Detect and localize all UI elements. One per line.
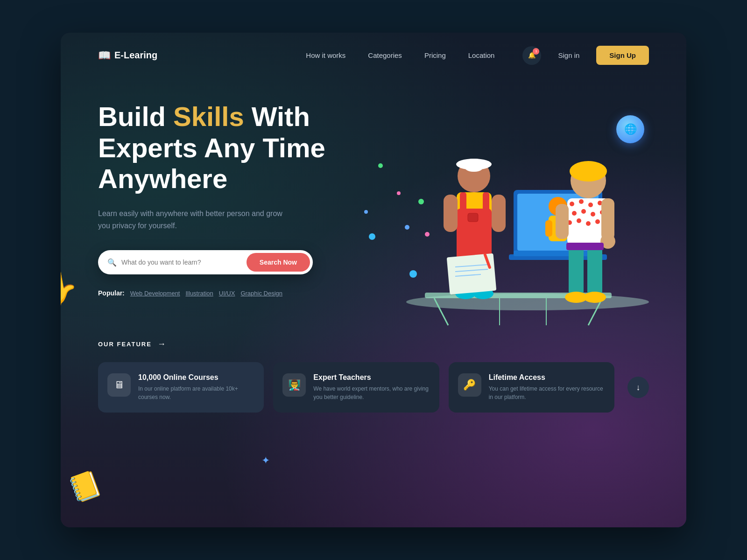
globe-icon: 🌐 bbox=[624, 123, 637, 135]
courses-card-text: 10,000 Online Courses In our online plat… bbox=[138, 373, 254, 401]
access-icon: 🔑 bbox=[458, 373, 481, 397]
svg-point-57 bbox=[418, 199, 424, 204]
svg-point-38 bbox=[579, 199, 584, 204]
feature-cards: 🖥 10,000 Online Courses In our online pl… bbox=[98, 362, 649, 413]
svg-rect-23 bbox=[492, 195, 506, 232]
logo: 📖 E-Learing bbox=[98, 49, 157, 62]
svg-rect-16 bbox=[464, 159, 484, 172]
feature-section: OUR FEATURE → 🖥 10,000 Online Courses In… bbox=[61, 330, 686, 413]
hero-illustration bbox=[388, 73, 658, 335]
nav-links: How it works Categories Pricing Location bbox=[306, 51, 494, 59]
access-title: Lifetime Access bbox=[489, 373, 605, 382]
courses-title: 10,000 Online Courses bbox=[138, 373, 254, 382]
nav-pricing[interactable]: Pricing bbox=[424, 51, 446, 59]
svg-rect-22 bbox=[444, 195, 458, 232]
hero-subtitle: Learn easily with anywhere with better p… bbox=[98, 208, 285, 231]
courses-icon: 🖥 bbox=[107, 373, 131, 397]
svg-rect-28 bbox=[447, 253, 497, 294]
navbar: 📖 E-Learing How it works Categories Pric… bbox=[61, 33, 686, 78]
courses-desc: In our online platform are available 10k… bbox=[138, 385, 254, 401]
nav-actions: 🔔 1 Sign in Sign Up bbox=[522, 46, 649, 65]
hero-title-highlight: Skills bbox=[173, 101, 244, 132]
hero-title-line2: Experts Any Time bbox=[98, 133, 325, 163]
svg-point-47 bbox=[586, 221, 591, 226]
popular-tag-uiux[interactable]: UI/UX bbox=[219, 290, 235, 297]
popular-tag-web[interactable]: Web Development bbox=[130, 290, 180, 297]
hero-section: Build Skills With Experts Any Time Anywh… bbox=[61, 78, 686, 330]
svg-point-42 bbox=[581, 209, 586, 214]
scroll-down-button[interactable]: ↓ bbox=[627, 377, 649, 398]
search-icon: 🔍 bbox=[107, 258, 117, 267]
hero-left: Build Skills With Experts Any Time Anywh… bbox=[98, 87, 401, 330]
feature-heading: OUR FEATURE bbox=[98, 341, 152, 348]
svg-rect-20 bbox=[460, 192, 466, 218]
teachers-icon: 👨‍🏫 bbox=[282, 373, 306, 397]
hero-title-part1: Build bbox=[98, 101, 173, 132]
notification-badge: 1 bbox=[533, 48, 539, 55]
nav-categories[interactable]: Categories bbox=[368, 51, 402, 59]
hand-decoration: 👆 bbox=[61, 261, 83, 312]
svg-point-43 bbox=[591, 212, 595, 217]
teachers-title: Expert Teachers bbox=[313, 373, 430, 382]
search-input[interactable] bbox=[121, 259, 247, 266]
svg-rect-35 bbox=[581, 164, 595, 178]
svg-point-41 bbox=[572, 211, 577, 216]
hero-title-part2: With bbox=[244, 101, 310, 132]
feature-header: OUR FEATURE → bbox=[98, 339, 649, 349]
svg-rect-10 bbox=[545, 220, 552, 237]
popular-label: Popular: bbox=[98, 289, 125, 297]
feature-card-access: 🔑 Lifetime Access You can get lifetime a… bbox=[449, 362, 614, 413]
hero-title-line3: Anywhere bbox=[98, 163, 227, 194]
svg-rect-52 bbox=[569, 245, 584, 296]
access-desc: You can get lifetime access for every re… bbox=[489, 385, 605, 401]
popular-tag-graphic[interactable]: Graphic Design bbox=[240, 290, 282, 297]
search-button[interactable]: Search Now bbox=[247, 253, 310, 272]
popular-tag-illustration[interactable]: Illustration bbox=[186, 290, 213, 297]
svg-point-39 bbox=[588, 203, 593, 207]
svg-point-59 bbox=[425, 232, 430, 237]
svg-point-48 bbox=[595, 219, 600, 224]
signup-button[interactable]: Sign Up bbox=[596, 46, 649, 65]
svg-rect-19 bbox=[468, 213, 478, 222]
nav-location[interactable]: Location bbox=[468, 51, 495, 59]
svg-point-58 bbox=[405, 225, 409, 230]
svg-rect-51 bbox=[556, 204, 569, 239]
svg-point-46 bbox=[577, 218, 581, 223]
nav-how-it-works[interactable]: How it works bbox=[306, 51, 345, 59]
cursor-decoration: ✦ bbox=[261, 455, 270, 467]
feature-arrow-icon: → bbox=[157, 339, 166, 349]
svg-rect-53 bbox=[587, 245, 602, 296]
svg-rect-54 bbox=[566, 243, 604, 250]
access-card-text: Lifetime Access You can get lifetime acc… bbox=[489, 373, 605, 401]
popular-row: Popular: Web Development Illustration UI… bbox=[98, 289, 401, 297]
signin-button[interactable]: Sign in bbox=[550, 48, 587, 63]
teachers-desc: We have world expert mentors, who are gi… bbox=[313, 385, 430, 401]
notifications-button[interactable]: 🔔 1 bbox=[522, 46, 541, 65]
globe-decoration: 🌐 bbox=[616, 115, 644, 143]
search-bar: 🔍 Search Now bbox=[98, 250, 313, 274]
hero-right: 🌐 bbox=[401, 87, 649, 330]
feature-card-teachers: 👨‍🏫 Expert Teachers We have world expert… bbox=[273, 362, 439, 413]
svg-rect-21 bbox=[483, 192, 489, 218]
teachers-card-text: Expert Teachers We have world expert men… bbox=[313, 373, 430, 401]
svg-point-56 bbox=[584, 292, 606, 303]
svg-point-60 bbox=[409, 270, 417, 278]
feature-card-courses: 🖥 10,000 Online Courses In our online pl… bbox=[98, 362, 264, 413]
svg-point-37 bbox=[570, 202, 574, 206]
logo-text: E-Learing bbox=[114, 50, 157, 61]
logo-icon: 📖 bbox=[98, 49, 111, 62]
hero-title: Build Skills With Experts Any Time Anywh… bbox=[98, 101, 401, 195]
